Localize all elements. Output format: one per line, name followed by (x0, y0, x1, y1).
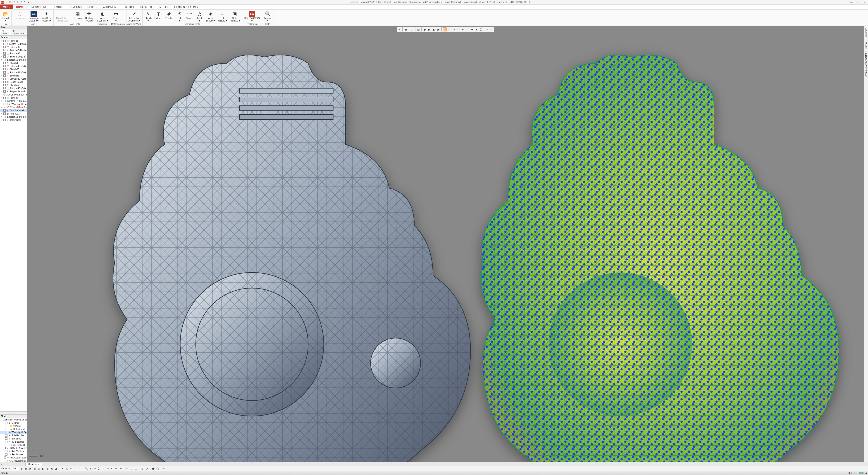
feature-item[interactable]: +▭Plane23 (0, 39, 27, 42)
model-item[interactable]: +◆Defeatured (0, 428, 27, 431)
feature-item[interactable]: +◫Extrude38 (0, 52, 27, 55)
bt-icon[interactable]: ◑ (145, 467, 149, 471)
checkbox-icon[interactable] (7, 444, 9, 446)
feature-item[interactable]: +◆Watertight LC4 (0, 102, 27, 106)
geomagic-capture-button[interactable]: CaGeomagic Capture ▾ (27, 10, 40, 23)
checkbox-icon[interactable] (5, 450, 7, 452)
checkbox-icon[interactable] (3, 100, 4, 102)
close-button[interactable]: ✕ (862, 1, 867, 4)
bt-icon[interactable]: ◯ (156, 467, 159, 471)
bt-icon[interactable]: ▣ (28, 467, 32, 471)
model-item[interactable]: ✎Sketches (0, 437, 27, 440)
bottom-tab-prev-icon[interactable]: ◂ (0, 463, 3, 465)
checkbox-icon[interactable] (3, 109, 6, 112)
checkbox-icon[interactable] (3, 46, 6, 48)
bt-icon[interactable]: ◫ (33, 467, 36, 471)
bt-icon[interactable]: ▯ (130, 467, 133, 471)
bt-icon[interactable]: ⚙ (162, 467, 166, 471)
checkbox-icon[interactable] (3, 81, 6, 83)
checkbox-icon[interactable] (5, 441, 7, 443)
bt-icon[interactable]: ⬤ (151, 467, 155, 471)
feature-item[interactable]: +✎Sketch47 (Mesh) (0, 49, 27, 52)
tab-alignment[interactable]: ALIGNMENT (100, 4, 121, 9)
feature-item[interactable]: +⊕Boolean11 (Merge) (0, 58, 27, 61)
checkbox-icon[interactable] (5, 453, 7, 455)
feature-item[interactable]: +◫Extrude41 (Cut) (0, 71, 27, 74)
tab-polygons[interactable]: POLYGONS (65, 4, 85, 9)
bt-icon[interactable]: 🔍 (84, 467, 88, 471)
revolve-button[interactable]: ◉Revolve (164, 10, 174, 20)
bt-icon[interactable]: ▭ (125, 467, 129, 471)
model-item[interactable]: ✎3D Sketch1 (0, 443, 27, 446)
save-icon[interactable]: 💾 (12, 1, 16, 4)
checkbox-icon[interactable] (3, 97, 6, 99)
checkbox-icon[interactable] (3, 43, 6, 45)
feature-item[interactable]: +◎Alignment Scan for Bas (0, 93, 27, 96)
run-scan-process-button[interactable]: ✦Run Scan Process ▾ (40, 10, 53, 23)
model-item[interactable]: −✎3D Sketches (0, 440, 27, 443)
tree-pane-close-icon[interactable]: ✕ (24, 27, 26, 29)
tab-model[interactable]: MODEL (157, 4, 171, 9)
feature-item[interactable]: +◫Extrude43 (Cut) (0, 87, 27, 90)
loft-wizard-button[interactable]: ⟐Loft Wizard ▾ (217, 10, 228, 23)
checkbox-icon[interactable] (3, 106, 3, 108)
fillet-button[interactable]: ◔Fillet ▾ (195, 10, 204, 23)
viewport-canvas[interactable] (27, 26, 864, 462)
bt-icon[interactable]: ↻ (106, 467, 110, 471)
bt-icon[interactable]: ⊕ (89, 467, 92, 471)
bt-icon[interactable]: ⛶ (97, 467, 101, 471)
checkbox-icon[interactable] (3, 84, 6, 86)
feature-item[interactable]: +◫Extrude40 (Cut) (0, 64, 27, 68)
checkbox-icon[interactable] (5, 421, 7, 424)
checkbox-icon[interactable] (5, 447, 6, 449)
checkbox-icon[interactable] (3, 116, 4, 118)
bt-icon[interactable]: ◫ (134, 467, 137, 471)
tab-viewpoint[interactable]: 👁 Viewpoint (11, 29, 27, 35)
tab-accuracy-analyzer[interactable]: Accuracy Analyzer(TM) (864, 51, 868, 78)
tutorial-button[interactable]: 🔍Tutorial ▾ (263, 10, 273, 23)
checkbox-icon[interactable] (3, 119, 6, 121)
bt-icon[interactable]: ⟳ (115, 467, 118, 471)
tab-livecapture[interactable]: LIVECAPTURE (27, 4, 50, 9)
model-item[interactable]: −▲Meshes (0, 421, 27, 424)
feature-item[interactable]: +✎Sketch51 (0, 74, 27, 77)
maximize-button[interactable]: □ (856, 1, 860, 4)
feature-tree[interactable]: +▭Plane23+✎Sketch46 (Mesh)+◫Extrude37+✎S… (0, 39, 27, 411)
feature-item[interactable]: +▭Plane24 (0, 96, 27, 99)
checkbox-icon[interactable] (3, 87, 6, 89)
app-icon[interactable]: Dx (1, 1, 4, 4)
tab-tree[interactable]: 📋 Tree (0, 29, 11, 35)
interactive-alignment-button[interactable]: ✳Interactive Alignment ▾ (127, 10, 142, 23)
bt-icon[interactable]: ▦ (24, 467, 28, 471)
bt-icon[interactable]: ◐ (141, 467, 144, 471)
minimize-button[interactable]: — (849, 1, 854, 4)
feature-item[interactable]: +✎Sketch50 (0, 68, 27, 71)
sketch-button[interactable]: ✎Sketch ▾ (144, 10, 153, 23)
tab-menu[interactable]: MENU (0, 4, 13, 9)
model-item[interactable]: ✛Ref. Coordinates (0, 456, 27, 459)
feature-item[interactable]: +◈Auto Surface2 (0, 109, 27, 112)
feature-item[interactable]: +◫Extrude37 (0, 45, 27, 49)
feature-item[interactable]: +⤧Transform1 (0, 118, 27, 122)
tab-model-view[interactable]: Model View (25, 463, 42, 466)
auto-surface-button[interactable]: ◈Auto Surface ▾ (205, 10, 216, 23)
bt-icon[interactable]: ◁ (73, 467, 77, 471)
bt-icon[interactable]: ↺ (102, 467, 105, 471)
checkbox-icon[interactable] (3, 49, 6, 51)
model-item[interactable]: ↗Ref. Vectors (0, 450, 27, 453)
bt-icon[interactable]: ▲ (61, 467, 64, 471)
checkbox-icon[interactable] (3, 52, 6, 55)
sweep-button[interactable]: 〰Sweep (185, 10, 194, 20)
checkbox-icon[interactable] (3, 71, 6, 73)
extrude-button[interactable]: ◫Extrude (153, 10, 163, 20)
checkbox-icon[interactable] (5, 103, 7, 105)
tree-scroll-sep[interactable]: ◂ ▸ (0, 411, 27, 415)
loft-button[interactable]: ⟲Loft ▾ (175, 10, 184, 23)
print-icon[interactable]: ⎙ (16, 1, 19, 4)
feature-item[interactable]: +⊖Boolean10 (Cut) (0, 55, 27, 58)
open-icon[interactable]: 📂 (9, 1, 12, 4)
bt-icon[interactable]: ✥ (119, 467, 122, 471)
tab-sketch[interactable]: SKETCH (121, 4, 137, 9)
solidworks-button[interactable]: SWSOLIDWORKS ▾ (243, 10, 261, 23)
new-icon[interactable]: ▫ (5, 1, 8, 4)
